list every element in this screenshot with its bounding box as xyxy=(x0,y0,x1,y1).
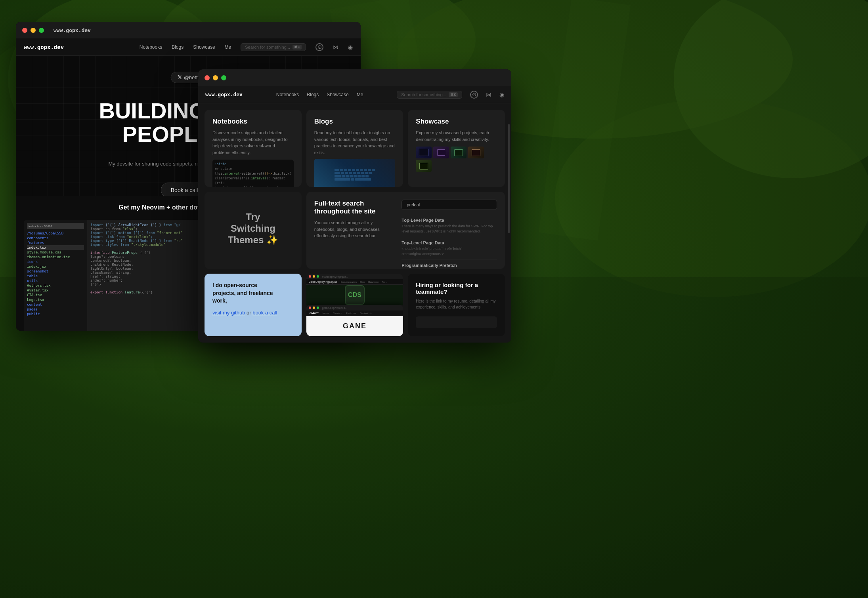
themes-themes: Themes ✨ xyxy=(216,234,290,246)
scrollbar[interactable] xyxy=(508,124,510,233)
file-tree-item: icons xyxy=(27,259,84,264)
showcase-thumb-1 xyxy=(416,147,432,158)
browser-front-titlebar xyxy=(198,69,511,86)
front-nav-me[interactable]: Me xyxy=(357,92,363,97)
gane-window-bar: game-app.vercel.a... xyxy=(306,305,403,310)
twitter-x-icon: 𝕏 xyxy=(178,74,182,80)
search-results-preview: preloal Top-Level Page Data There is man… xyxy=(401,200,497,269)
maximize-button[interactable] xyxy=(39,28,44,33)
search-card-title: Full-text search throughout the site xyxy=(314,200,394,215)
search-result-2-text: <head><link rel="preload" href="fetch" c… xyxy=(401,246,497,256)
front-nav-showcase[interactable]: Showcase xyxy=(327,92,348,97)
network-icon[interactable]: ⋈ xyxy=(333,44,338,50)
hiring-card[interactable]: Hiring or looking for a teammate? Here i… xyxy=(408,274,505,336)
search-result-1-title: Top-Level Page Data xyxy=(401,218,497,223)
search-result-3: Programmatically Prefetch Sometimes, you… xyxy=(401,260,497,269)
search-description: Full-text search throughout the site You… xyxy=(314,200,394,269)
minimize-button[interactable] xyxy=(31,28,36,33)
notebooks-card[interactable]: Notebooks Discover code snippets and det… xyxy=(205,110,302,187)
front-maximize-button[interactable] xyxy=(221,75,226,80)
back-nav-me[interactable]: Me xyxy=(225,44,231,50)
showcase-card[interactable]: Showcase Explore my showcased projects, … xyxy=(408,110,505,187)
hiring-card-desc: Here is the link to my resume, detailing… xyxy=(416,298,497,310)
search-result-2: Top-Level Page Data <head><link rel="pre… xyxy=(401,237,497,260)
front-nav-notebooks[interactable]: Notebooks xyxy=(276,92,299,97)
file-tree-item[interactable]: Logo.tsx xyxy=(27,297,84,302)
book-call-link[interactable]: book a call xyxy=(252,310,277,316)
themes-switching: Switching xyxy=(216,223,290,234)
keyboard-rows xyxy=(335,169,375,181)
gane-url: game-app.vercel.a... xyxy=(322,307,348,309)
file-tree-item[interactable]: Avatar.tsx xyxy=(27,288,84,293)
back-nav-blogs[interactable]: Blogs xyxy=(172,44,184,50)
editor-file-tree: index.tsx - NVIM /Volumes/GopalSSD compo… xyxy=(24,220,87,331)
file-tree-item: pages xyxy=(27,307,84,312)
file-tree-item[interactable]: themes-animation.tsx xyxy=(27,255,84,259)
themes-text: Try Switching Themes ✨ xyxy=(212,200,294,257)
search-card[interactable]: Full-text search throughout the site You… xyxy=(306,192,505,269)
cds-nav: CodeDeployingSquad Documentation Blog Sh… xyxy=(306,279,403,285)
github-icon[interactable]: ⊙ xyxy=(315,43,323,51)
showcase-thumb-4 xyxy=(468,147,484,158)
file-tree-item: table xyxy=(27,274,84,278)
file-tree-item[interactable]: CTA.tsx xyxy=(27,293,84,297)
themes-try: Try xyxy=(216,211,290,223)
back-nav-showcase[interactable]: Showcase xyxy=(193,44,215,50)
hiring-card-title: Hiring or looking for a teammate? xyxy=(416,282,497,295)
search-result-1: Top-Level Page Data There is many ways t… xyxy=(401,215,497,237)
file-tree-item[interactable]: index.jsx xyxy=(27,264,84,269)
file-tree-item: screenshot xyxy=(27,269,84,274)
back-site-title: www.gopx.dev xyxy=(24,44,64,50)
file-tree-item: utils xyxy=(27,278,84,283)
front-github-icon[interactable]: ⊙ xyxy=(470,91,478,99)
opensource-or: or xyxy=(247,310,252,316)
hiring-resume-preview xyxy=(416,316,497,328)
cds-card[interactable]: codedeployingsqua... CodeDeployingSquad … xyxy=(306,274,403,336)
notebooks-card-desc: Discover code snippets and detailed anal… xyxy=(212,130,294,156)
search-result-1-text: There is many ways to prefetch the data … xyxy=(401,224,497,234)
blogs-card[interactable]: Blogs Read my technical blogs for insigh… xyxy=(306,110,403,187)
github-link[interactable]: visit my github xyxy=(212,310,245,316)
file-tree-item[interactable]: style.module.css xyxy=(27,250,84,255)
search-result-2-title: Top-Level Page Data xyxy=(401,240,497,245)
search-mock-input[interactable]: preloal xyxy=(401,200,497,210)
sparkle-icon: ✨ xyxy=(266,234,278,245)
showcase-thumbnails xyxy=(416,147,497,172)
search-card-inner: Full-text search throughout the site You… xyxy=(314,200,497,269)
cds-logo-area: CDS xyxy=(306,285,403,305)
opensource-links: visit my github or book a call xyxy=(212,310,294,316)
front-content-grid: Notebooks Discover code snippets and det… xyxy=(198,103,511,343)
opensource-text: I do open-source projects, and freelance… xyxy=(212,282,294,305)
front-nav-blogs[interactable]: Blogs xyxy=(307,92,319,97)
browser-back-titlebar: www.gopx.dev xyxy=(16,22,361,38)
gane-window: game-app.vercel.a... GANE Home Create ▾ … xyxy=(306,305,403,336)
cds-top-window: codedeployingsqua... CodeDeployingSquad … xyxy=(306,274,403,305)
file-tree-item: features xyxy=(27,240,84,245)
back-nav-notebooks[interactable]: Notebooks xyxy=(140,44,162,50)
themes-card[interactable]: Try Switching Themes ✨ xyxy=(205,192,302,269)
file-tree-item: content xyxy=(27,302,84,307)
blogs-card-desc: Read my technical blogs for insights on … xyxy=(314,130,396,156)
cds-url: codedeployingsqua... xyxy=(322,275,348,278)
showcase-card-title: Showcase xyxy=(416,118,497,126)
front-close-button[interactable] xyxy=(205,75,210,80)
file-tree-item[interactable]: index.tsx xyxy=(27,245,84,250)
file-tree-item: public xyxy=(27,312,84,316)
front-network-icon[interactable]: ⋈ xyxy=(486,91,491,98)
front-search-bar[interactable]: Search for something... ⌘K xyxy=(397,91,462,99)
showcase-card-desc: Explore my showcased projects, each demo… xyxy=(416,130,497,143)
file-tree-item[interactable]: Authors.tsx xyxy=(27,283,84,288)
notebooks-card-title: Notebooks xyxy=(212,118,294,126)
rss-icon[interactable]: ◉ xyxy=(348,44,353,50)
keyboard-visual xyxy=(314,159,396,187)
browser-window-front: www.gopx.dev Notebooks Blogs Showcase Me… xyxy=(198,69,511,343)
front-minimize-button[interactable] xyxy=(213,75,218,80)
showcase-thumb-3 xyxy=(451,147,467,158)
file-tree-item: components xyxy=(27,236,84,240)
close-button[interactable] xyxy=(22,28,27,33)
back-search-bar[interactable]: Search for something... ⌘K xyxy=(241,43,306,51)
opensource-card[interactable]: I do open-source projects, and freelance… xyxy=(205,274,302,336)
front-rss-icon[interactable]: ◉ xyxy=(499,91,504,98)
gane-content: GANE xyxy=(306,316,403,336)
showcase-thumb-2 xyxy=(433,147,449,158)
